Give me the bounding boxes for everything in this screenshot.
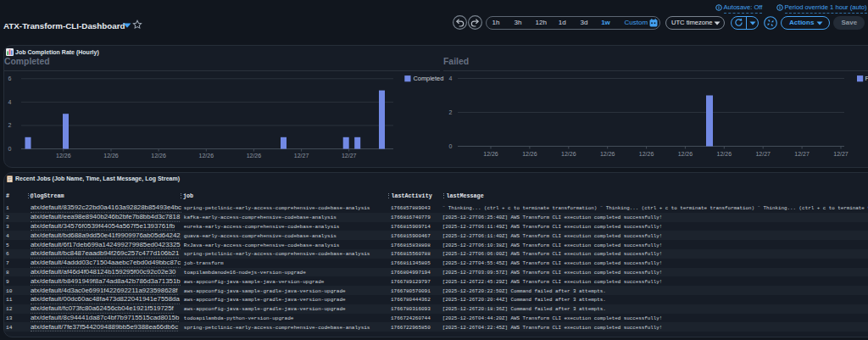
svg-text:12/26: 12/26 bbox=[247, 153, 262, 159]
svg-text:12/27: 12/27 bbox=[755, 151, 771, 157]
svg-text:0: 0 bbox=[449, 143, 453, 149]
svg-text:12/26: 12/26 bbox=[103, 153, 119, 159]
svg-text:12/26: 12/26 bbox=[483, 151, 498, 157]
svg-text:12/26: 12/26 bbox=[561, 151, 576, 157]
svg-text:2: 2 bbox=[449, 109, 453, 115]
svg-text:12/26: 12/26 bbox=[600, 151, 615, 157]
svg-text:4: 4 bbox=[8, 99, 12, 105]
svg-text:12/26: 12/26 bbox=[717, 151, 732, 157]
svg-text:12/26: 12/26 bbox=[151, 153, 166, 159]
svg-text:4: 4 bbox=[449, 75, 453, 81]
svg-text:12/27: 12/27 bbox=[794, 151, 810, 157]
svg-text:Completed: Completed bbox=[414, 75, 444, 82]
svg-text:12/27: 12/27 bbox=[342, 153, 357, 159]
svg-text:2: 2 bbox=[8, 122, 12, 128]
svg-text:12/26: 12/26 bbox=[56, 153, 71, 159]
svg-text:12/27: 12/27 bbox=[833, 151, 849, 157]
svg-text:12/27: 12/27 bbox=[294, 153, 309, 159]
svg-text:6: 6 bbox=[8, 75, 12, 81]
svg-text:12/26: 12/26 bbox=[522, 151, 537, 157]
svg-text:12/26: 12/26 bbox=[639, 151, 654, 157]
svg-text:12/26: 12/26 bbox=[199, 153, 214, 159]
svg-text:0: 0 bbox=[8, 146, 12, 152]
svg-text:12/26: 12/26 bbox=[678, 151, 693, 157]
svg-text:Failed: Failed bbox=[865, 75, 868, 82]
